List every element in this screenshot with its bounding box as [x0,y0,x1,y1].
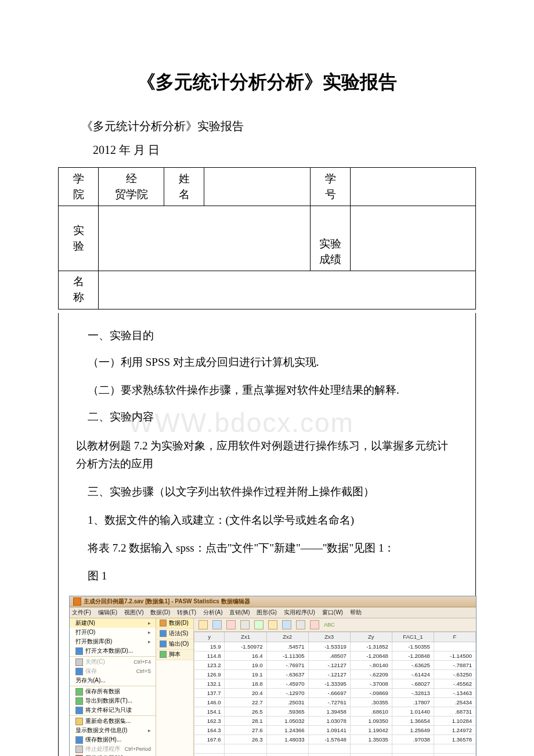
spss-menubar[interactable]: 文件(F)编辑(E)视图(V)数据(D)转换(T)分析(A)直销(M)图形(G)… [70,607,476,618]
file-menu[interactable]: 新建(N)▸打开(O)▸打开数据库(B)▸打开文本数据(D)...关闭(C)Ct… [70,618,156,756]
table-row[interactable] [194,744,476,753]
grid-header[interactable]: Zx1 [225,632,266,642]
grid-cell[interactable]: -1.53319 [308,642,350,651]
grid-header[interactable]: FAC1_1 [392,632,434,642]
file-menu-item[interactable]: 停止处理程序Ctrl+Period [70,744,156,754]
grid-cell[interactable]: 1.05032 [266,716,308,725]
submenu-item[interactable]: 输出(O) [156,639,193,650]
toolbar-icon[interactable] [282,620,291,629]
grid-cell[interactable] [194,744,225,753]
grid-cell[interactable]: 1.03078 [308,716,350,725]
grid-cell[interactable]: 123.2 [194,660,225,669]
menu-item[interactable]: 文件(F) [72,609,91,617]
file-menu-item[interactable]: 导出到数据库(T)... [70,696,156,705]
grid-cell[interactable]: .17807 [392,697,434,707]
menu-item[interactable]: 分析(A) [203,609,222,617]
grid-cell[interactable] [350,753,392,756]
grid-cell[interactable]: 1.25649 [392,725,434,735]
grid-cell[interactable]: 154.1 [194,707,225,716]
submenu-item[interactable]: 语法(S) [156,629,193,639]
grid-header[interactable]: Zx2 [266,632,308,642]
grid-cell[interactable]: -1.50972 [225,642,266,651]
table-row[interactable]: 164.327.61.243661.091411.190421.256491.2… [194,725,476,735]
grid-cell[interactable]: 26.5 [225,707,266,716]
grid-cell[interactable]: -.78871 [434,660,475,669]
grid-cell[interactable]: 1.36654 [392,716,434,725]
grid-cell[interactable]: 19.1 [225,669,266,679]
grid-cell[interactable]: -.72761 [308,697,350,707]
grid-cell[interactable]: -.45970 [266,679,308,688]
grid-cell[interactable]: 20.4 [225,688,266,697]
grid-cell[interactable] [225,744,266,753]
grid-cell[interactable] [434,744,475,753]
grid-cell[interactable]: 19.0 [225,660,266,669]
grid-cell[interactable]: 1.48033 [266,735,308,744]
toolbar-icon[interactable] [310,620,319,629]
file-menu-item[interactable]: 打开文本数据(D)... [70,646,156,656]
menu-item[interactable]: 转换(T) [177,609,196,617]
grid-cell[interactable]: -.12127 [308,669,350,679]
file-menu-item[interactable]: 显示数据文件信息(I)▸ [70,726,156,735]
grid-cell[interactable]: 162.3 [194,716,225,725]
table-row[interactable]: 146.022.7.25031-.72761.30355.17807.25434 [194,697,476,707]
grid-header[interactable]: Zx3 [308,632,350,642]
table-row[interactable]: 167.626.31.48033-1.576481.35035.970381.3… [194,735,476,744]
file-menu-item[interactable]: 新建(N)▸ [70,618,156,628]
grid-cell[interactable]: 132.1 [194,679,225,688]
toolbar-icon[interactable] [240,620,250,629]
grid-cell[interactable]: .25434 [434,697,475,707]
file-menu-item[interactable]: 缓存数据(H)... [70,735,156,744]
toolbar-icon[interactable] [254,620,264,629]
grid-cell[interactable]: 1.39458 [308,707,350,716]
abc-icon[interactable]: ABC [324,622,335,628]
grid-cell[interactable]: -.12970 [266,688,308,697]
spss-toolbar[interactable]: ABC [194,618,476,632]
menu-item[interactable]: 图形(G) [257,609,276,617]
grid-cell[interactable]: -.68027 [392,679,434,688]
grid-cell[interactable]: 1.19042 [350,725,392,735]
data-grid[interactable]: yZx1Zx2Zx3ZyFAC1_1F15.9-1.50972.54571-1.… [194,632,476,756]
grid-cell[interactable] [392,744,434,753]
file-menu-item[interactable]: 另存为(A)... [70,676,156,685]
menu-item[interactable]: 实用程序(U) [284,609,315,617]
grid-cell[interactable] [194,753,225,756]
grid-cell[interactable]: -1.11305 [266,651,308,660]
grid-cell[interactable]: -1.20848 [350,651,392,660]
grid-cell[interactable]: -1.14500 [434,651,475,660]
grid-cell[interactable]: 1.01440 [392,707,434,716]
grid-cell[interactable]: .97038 [392,735,434,744]
grid-cell[interactable]: -.61424 [392,669,434,679]
menu-item[interactable]: 帮助 [350,609,362,617]
grid-cell[interactable]: .59365 [266,707,308,716]
menu-item[interactable]: 数据(D) [150,609,170,617]
grid-cell[interactable]: 167.6 [194,735,225,744]
toolbar-icon[interactable] [296,620,305,629]
table-row[interactable]: 137.720.4-.12970-.66697-.09869-.32813-.1… [194,688,476,697]
grid-cell[interactable]: 16.4 [225,651,266,660]
grid-cell[interactable]: 114.8 [194,651,225,660]
grid-cell[interactable]: -.80140 [350,660,392,669]
grid-cell[interactable]: 1.36578 [434,735,475,744]
grid-cell[interactable]: .25031 [266,697,308,707]
grid-cell[interactable]: -1.57648 [308,735,350,744]
grid-cell[interactable]: 15.9 [194,642,225,651]
file-menu-item[interactable]: 打开数据库(B)▸ [70,637,156,646]
grid-cell[interactable]: -.66697 [308,688,350,697]
toolbar-icon[interactable] [212,620,222,629]
file-menu-item[interactable]: 重新命名数据集... [70,717,156,726]
grid-cell[interactable] [308,753,350,756]
table-row[interactable]: 132.118.8-.45970-1.33395-.37008-.68027-.… [194,679,476,688]
grid-header[interactable]: y [194,632,225,642]
menu-item[interactable]: 视图(V) [124,609,143,617]
grid-cell[interactable]: 26.3 [225,735,266,744]
grid-cell[interactable] [266,753,308,756]
grid-cell[interactable]: -.32813 [392,688,434,697]
grid-cell[interactable]: -1.50355 [392,642,434,651]
menu-item[interactable]: 直销(M) [229,609,250,617]
grid-header[interactable]: Zy [350,632,392,642]
grid-cell[interactable]: 126.9 [194,669,225,679]
submenu-item[interactable]: 数据(D) [156,618,193,629]
grid-cell[interactable]: -.76971 [266,660,308,669]
grid-cell[interactable]: -.09869 [350,688,392,697]
table-row[interactable]: 15.9-1.50972.54571-1.53319-1.31852-1.503… [194,642,476,651]
